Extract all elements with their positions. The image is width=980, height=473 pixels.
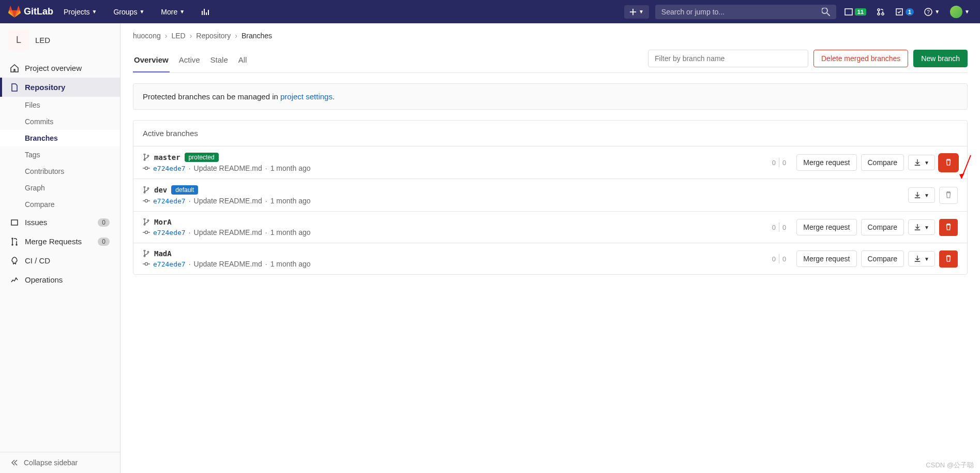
sidebar-sub-graph[interactable]: Graph — [0, 180, 120, 196]
trash-icon — [945, 255, 952, 262]
sidebar-item-issues[interactable]: Issues0 — [0, 213, 120, 232]
branch-name[interactable]: MadA — [154, 249, 172, 258]
commit-message: Update README.md — [194, 164, 262, 172]
compare-button[interactable]: Compare — [861, 250, 904, 267]
issues-icon — [845, 8, 853, 16]
sidebar-item-cicd[interactable]: CI / CD — [0, 251, 120, 270]
compare-button[interactable]: Compare — [861, 154, 904, 171]
commit-sha[interactable]: e724ede7 — [153, 165, 186, 172]
tab-stale[interactable]: Stale — [209, 48, 229, 72]
new-branch-button[interactable]: New branch — [913, 50, 968, 67]
commit-time: 1 month ago — [270, 260, 311, 268]
project-avatar: L — [8, 29, 29, 50]
commit-time: 1 month ago — [270, 228, 311, 236]
branch-icon — [143, 250, 150, 257]
search-input[interactable] — [661, 8, 822, 16]
ahead-count: 0 — [782, 224, 786, 231]
sidebar-item-label: CI / CD — [25, 256, 50, 265]
chevron-down-icon: ▼ — [139, 9, 144, 14]
merge-request-button[interactable]: Merge request — [796, 219, 856, 235]
crumb-repository[interactable]: Repository — [196, 32, 231, 40]
commit-icon — [143, 260, 150, 268]
commit-sha[interactable]: e724ede7 — [153, 260, 186, 268]
tab-overview[interactable]: Overview — [133, 48, 170, 72]
tab-active[interactable]: Active — [178, 48, 201, 72]
download-icon — [914, 191, 921, 199]
chevron-down-icon: ▼ — [924, 193, 929, 198]
branch-name[interactable]: master — [154, 153, 180, 161]
sidebar-item-operations[interactable]: Operations — [0, 270, 120, 289]
sidebar-item-merge-requests[interactable]: Merge Requests0 — [0, 232, 120, 251]
delete-branch-button[interactable] — [939, 219, 958, 236]
download-button[interactable]: ▼ — [908, 155, 935, 170]
commit-icon — [143, 229, 150, 236]
project-name: LED — [35, 36, 50, 45]
download-icon — [914, 224, 921, 231]
download-button[interactable]: ▼ — [908, 251, 935, 267]
commit-sha[interactable]: e724ede7 — [153, 229, 186, 236]
sidebar-sub-tags[interactable]: Tags — [0, 146, 120, 163]
crumb-project[interactable]: LED — [171, 32, 185, 40]
download-icon — [914, 255, 921, 262]
branch-icon — [143, 186, 150, 194]
merge-request-button[interactable]: Merge request — [796, 154, 856, 171]
download-button[interactable]: ▼ — [908, 187, 935, 203]
divergence-graph: 00 — [772, 254, 786, 263]
branch-icon — [143, 154, 150, 161]
chevron-down-icon: ▼ — [179, 9, 185, 14]
plus-icon — [629, 8, 637, 16]
filter-input[interactable] — [648, 50, 808, 67]
compare-button[interactable]: Compare — [861, 219, 904, 235]
nav-groups[interactable]: Groups▼ — [107, 4, 150, 20]
home-icon — [10, 64, 19, 72]
sidebar-sub-branches[interactable]: Branches — [0, 130, 120, 146]
tab-all[interactable]: All — [237, 48, 248, 72]
branch-row: MadAe724ede7 · Update README.md · 1 mont… — [133, 243, 967, 274]
nav-issues[interactable]: 11 — [842, 6, 868, 18]
rocket-icon — [10, 257, 19, 265]
download-icon — [914, 159, 921, 166]
delete-branch-button[interactable] — [939, 250, 958, 268]
nav-more-label: More — [161, 8, 177, 16]
todo-icon — [895, 8, 903, 16]
sidebar-item-repository[interactable]: Repository — [0, 78, 120, 97]
nav-user-menu[interactable]: ▼ — [948, 4, 972, 20]
sidebar-sub-commits[interactable]: Commits — [0, 113, 120, 130]
chevron-down-icon: ▼ — [924, 256, 929, 262]
nav-todos[interactable]: 1 — [893, 6, 916, 18]
new-menu[interactable]: ▼ — [624, 5, 649, 19]
collapse-label: Collapse sidebar — [24, 459, 78, 467]
branch-name[interactable]: dev — [154, 186, 167, 194]
issues-icon — [10, 218, 19, 227]
nav-help[interactable]: ?▼ — [922, 6, 942, 18]
banner-text: Protected branches can be managed in — [143, 92, 280, 101]
crumb-user[interactable]: huocong — [133, 32, 161, 40]
help-icon: ? — [924, 8, 932, 16]
gitlab-logo[interactable]: GitLab — [8, 6, 53, 18]
trash-icon — [945, 223, 952, 230]
merge-request-button[interactable]: Merge request — [796, 250, 856, 267]
sidebar-sub-files[interactable]: Files — [0, 97, 120, 113]
commit-sha[interactable]: e724ede7 — [153, 197, 186, 205]
protected-branches-banner: Protected branches can be managed in pro… — [133, 83, 968, 110]
delete-branch-button[interactable] — [939, 154, 958, 171]
project-header[interactable]: L LED — [0, 23, 120, 56]
search-icon — [822, 8, 830, 16]
delete-merged-button[interactable]: Delete merged branches — [813, 50, 908, 67]
collapse-sidebar[interactable]: Collapse sidebar — [0, 452, 120, 473]
sidebar-sub-compare[interactable]: Compare — [0, 196, 120, 213]
branch-row: masterprotectede724ede7 · Update README.… — [133, 146, 967, 179]
sidebar-sub-contributors[interactable]: Contributors — [0, 163, 120, 180]
behind-count: 0 — [772, 159, 776, 167]
sidebar-item-overview[interactable]: Project overview — [0, 58, 120, 78]
issues-count: 0 — [98, 218, 110, 227]
project-settings-link[interactable]: project settings — [280, 92, 333, 101]
download-button[interactable]: ▼ — [908, 219, 935, 235]
branch-name[interactable]: MorA — [154, 218, 172, 226]
nav-activity[interactable] — [195, 4, 216, 20]
search-box[interactable] — [655, 5, 836, 19]
nav-merge-requests[interactable] — [875, 6, 887, 18]
nav-more[interactable]: More▼ — [155, 4, 191, 20]
nav-projects[interactable]: Projects▼ — [57, 4, 103, 20]
behind-count: 0 — [772, 224, 776, 231]
